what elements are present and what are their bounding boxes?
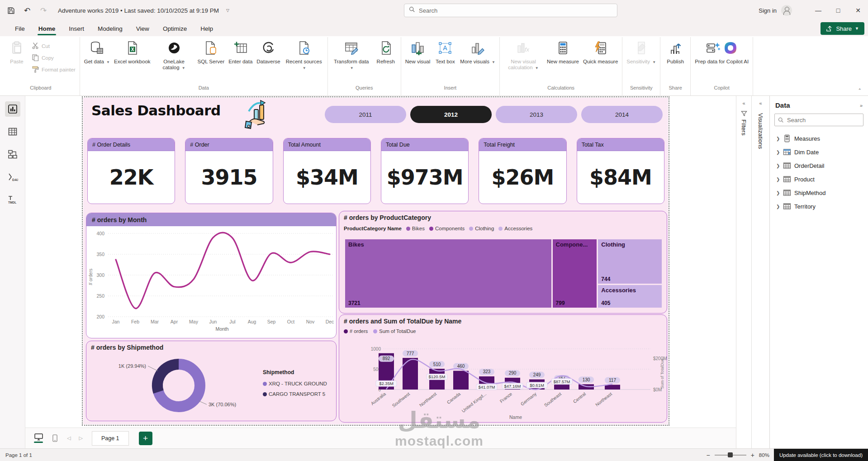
ribbon-get-data-button[interactable]: Get data ▼ [82, 38, 112, 66]
kpi-card[interactable]: Total Amount$34M [283, 138, 371, 204]
orders-by-shipmethod-donut[interactable]: # orders by Shipmethod 1K (29.94%)3K (70… [86, 341, 337, 421]
ribbon-more-visuals-button[interactable]: More visuals ▼ [458, 38, 497, 66]
menu-modeling[interactable]: Modeling [91, 23, 129, 36]
ribbon-format-painter-button[interactable]: Format painter [30, 65, 77, 74]
year-button-2013[interactable]: 2013 [496, 106, 577, 123]
ribbon-onelake-catalog-button[interactable]: OneLake catalog ▼ [153, 38, 195, 72]
add-page-button[interactable]: + [139, 432, 152, 445]
ribbon-refresh-button[interactable]: Refresh [373, 38, 398, 66]
filters-pane-collapsed[interactable]: « Filters [736, 96, 751, 448]
data-field-orderdetail[interactable]: ❯OrderDetail [770, 159, 868, 172]
ribbon-dataverse-button[interactable]: Dataverse [255, 38, 282, 66]
title-dropdown-icon[interactable]: ▽ [226, 8, 229, 13]
ribbon-enter-data-button[interactable]: Enter data [227, 38, 254, 66]
chevron-right-icon[interactable]: ❯ [776, 163, 780, 168]
menu-help[interactable]: Help [194, 23, 220, 36]
ribbon-sql-server-button[interactable]: SQL Server [196, 38, 227, 66]
ribbon-recent-sources-button[interactable]: Recent sources ▼ [283, 38, 325, 72]
ribbon-copy-button[interactable]: Copy [30, 53, 77, 62]
tab-page-1[interactable]: Page 1 [92, 431, 129, 446]
prev-page-icon[interactable]: ◁ [65, 435, 72, 441]
chevron-right-icon[interactable]: ❯ [776, 150, 780, 155]
zoom-in-button[interactable]: + [751, 451, 754, 459]
chevron-right-icon[interactable]: ❯ [776, 136, 780, 141]
menu-file[interactable]: File [8, 23, 32, 36]
legend-item[interactable]: Components [429, 226, 465, 231]
menu-optimize[interactable]: Optimize [156, 23, 194, 36]
svg-text:Dec: Dec [326, 319, 334, 324]
ribbon-collapse-icon[interactable]: ⌃ [858, 88, 862, 93]
menu-insert[interactable]: Insert [62, 23, 91, 36]
ribbon-new-visual-calculation-button[interactable]: fxNew visual calculation ▼ [502, 38, 545, 72]
ribbon-new-visual-button[interactable]: New visual [403, 38, 432, 66]
ribbon-paste-button[interactable]: Paste [4, 38, 29, 66]
legend-item[interactable]: Bikes [406, 226, 425, 231]
close-button[interactable]: ✕ [848, 0, 868, 21]
tmdl-view-icon[interactable]: TMDL [5, 192, 20, 207]
next-page-icon[interactable]: ▷ [77, 435, 84, 441]
kpi-card[interactable]: # Order3915 [185, 138, 273, 204]
ribbon-prep-data-for-copilot-ai-button[interactable]: Prep data for Copilot AI [693, 38, 750, 66]
undo-icon[interactable]: ↶ [23, 6, 32, 15]
model-view-icon[interactable] [5, 147, 20, 162]
ribbon-cut-button[interactable]: Cut [30, 42, 77, 51]
kpi-card[interactable]: Total Freight$26M [479, 138, 566, 204]
ribbon-quick-measure-button[interactable]: Quick measure [581, 38, 620, 66]
minimize-button[interactable]: — [808, 0, 828, 21]
chevron-right-icon[interactable]: ❯ [776, 190, 780, 195]
report-view-icon[interactable] [5, 101, 20, 117]
ribbon-text-box-button[interactable]: AText box [432, 38, 458, 66]
chevron-right-icon[interactable]: ❯ [776, 177, 780, 182]
report-page[interactable]: Sales Dashboard 2011201220132014 # Order… [83, 98, 668, 424]
zoom-slider-handle[interactable] [728, 452, 733, 457]
table-view-icon[interactable] [5, 124, 20, 139]
expand-filters-icon[interactable]: « [742, 100, 745, 106]
zoom-out-button[interactable]: − [706, 451, 710, 459]
data-field-product[interactable]: ❯Product [770, 172, 868, 186]
mobile-layout-icon[interactable] [49, 432, 61, 445]
ribbon-sensitivity-button[interactable]: Sensitivity ▼ [625, 38, 658, 66]
kpi-card[interactable]: Total Tax$84M [577, 138, 664, 204]
update-banner[interactable]: Update available (click to download) [774, 449, 868, 461]
treemap-cell-components[interactable]: Compone...799 [553, 239, 597, 308]
year-button-2014[interactable]: 2014 [581, 106, 663, 123]
ribbon-transform-data-button[interactable]: Transform data ▼ [330, 38, 373, 72]
desktop-layout-icon[interactable] [33, 432, 44, 445]
data-field-measures[interactable]: ❯Measures [770, 132, 868, 145]
legend-item[interactable]: CARGO TRANSPORT 5 [263, 391, 327, 397]
legend-item[interactable]: XRQ - TRUCK GROUND [263, 381, 327, 386]
year-button-2012[interactable]: 2012 [410, 106, 492, 123]
kpi-card[interactable]: Total Due$973M [381, 138, 469, 204]
visualizations-pane-collapsed[interactable]: « Visualizations [751, 96, 769, 448]
orders-by-month-chart[interactable]: # orders by Month 200250300350400JanFebM… [86, 213, 337, 338]
data-field-dim-date[interactable]: ❯Dim Date [770, 145, 868, 159]
maximize-button[interactable]: □ [828, 0, 848, 21]
ribbon-excel-workbook-button[interactable]: XExcel workbook [112, 38, 152, 66]
menu-home[interactable]: Home [32, 23, 62, 36]
ribbon-publish-button[interactable]: Publish [663, 38, 688, 66]
chevron-right-icon[interactable]: ❯ [776, 204, 780, 209]
account-avatar[interactable] [781, 5, 792, 16]
zoom-slider[interactable] [715, 455, 746, 456]
share-button[interactable]: Share ▼ [821, 22, 864, 35]
treemap-cell-bikes[interactable]: Bikes3721 [345, 239, 551, 308]
orders-by-category-treemap[interactable]: # orders by ProductCategory ProductCateg… [339, 211, 667, 314]
save-icon[interactable] [6, 6, 15, 15]
legend-item[interactable]: Clothing [469, 226, 494, 231]
year-button-2011[interactable]: 2011 [325, 106, 406, 123]
data-search-input[interactable]: Search [774, 114, 863, 126]
collapse-data-pane-icon[interactable]: » [860, 103, 863, 108]
kpi-card[interactable]: # Order Details22K [87, 138, 175, 204]
treemap-cell-clothing[interactable]: Clothing744 [598, 239, 662, 284]
data-field-shipmethod[interactable]: ❯ShipMethod [770, 186, 868, 200]
global-search-input[interactable]: Search [404, 4, 617, 17]
dax-query-view-icon[interactable]: DAX [5, 169, 20, 185]
ribbon-new-measure-button[interactable]: New measure [545, 38, 581, 66]
menu-view[interactable]: View [129, 23, 156, 36]
legend-item[interactable]: Accessories [498, 226, 532, 231]
data-field-territory[interactable]: ❯Territory [770, 200, 868, 213]
sign-in-link[interactable]: Sign in [759, 7, 777, 14]
treemap-cell-accessories[interactable]: Accessories405 [598, 285, 662, 308]
orders-totaldue-combo-chart[interactable]: # orders and Sum of TotalDue by Name # o… [339, 314, 667, 423]
expand-visualizations-icon[interactable]: « [759, 100, 762, 106]
